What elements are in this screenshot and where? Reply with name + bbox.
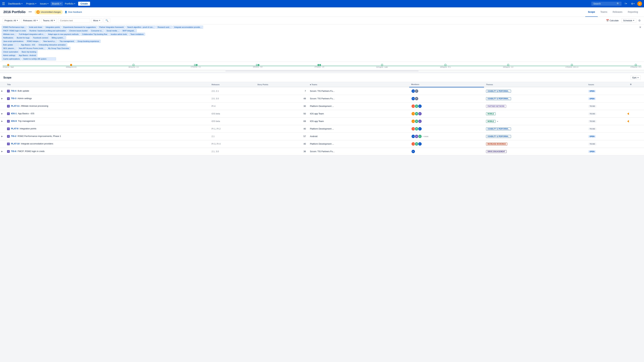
chip[interactable]: Clever automation [2,50,20,53]
close-timeline-button[interactable]: ✕ [639,26,641,29]
ruler-label: 20/May/16 (2.2) [66,66,76,68]
nav-item-boards[interactable]: Boards ▼ [51,2,63,6]
chip[interactable]: MVP Integrati... [121,29,137,32]
chip[interactable]: SES: placem... [2,47,17,50]
chip[interactable]: Partner Integration framework [98,26,125,29]
chip[interactable]: App Basics - iOS [20,43,36,46]
calculate-button[interactable]: 📅 Calculate [605,18,620,22]
col-title[interactable]: Title [5,82,210,87]
chip[interactable]: Facebook connect [32,36,50,39]
issue-key[interactable]: PLAT-10 [11,142,20,145]
chip[interactable]: Trip management [58,40,76,43]
projects-filter[interactable]: Projects: All ▼ [3,18,20,23]
chip[interactable]: New API Access Points (mobi... [18,47,46,50]
chip[interactable]: App Basics - Android [17,54,38,57]
col-issues[interactable]: Issues [586,82,628,87]
issue-key[interactable]: PLAT-9 [11,127,18,130]
feedback-button[interactable]: 👤 Give feedback [64,11,82,13]
expand-cell[interactable]: ▶ [0,148,5,155]
chip[interactable]: Admin settings [2,54,17,57]
expand-cell[interactable] [0,140,5,148]
chip[interactable]: Onboarding interactive animation [37,43,67,46]
issue-key[interactable]: TIS-3 [11,97,16,100]
more-options-button[interactable]: ••• [28,10,33,14]
tab-reporting[interactable]: Reporting [625,8,641,17]
col-themes[interactable]: Themes [484,82,586,87]
tab-scope[interactable]: Scope [585,8,598,17]
epic-dropdown-button[interactable]: Epic ▼ [630,75,641,80]
chip[interactable]: Invite and share [28,26,44,29]
text-filter-input[interactable] [58,18,90,23]
issue-key[interactable]: TIS-2 [11,135,16,138]
chip[interactable]: Group booking experience [76,40,100,43]
chip[interactable]: Full-fledged integration with n... [18,33,46,36]
title-cell: E PLAT-10 Integrate accomodation provide… [5,140,210,148]
chip[interactable]: RSM2 Perrformance impr... [2,26,27,29]
chip[interactable]: Bucket for bugs [15,36,31,39]
chip[interactable]: localize admin tools [109,33,128,36]
nav-item-dashboards[interactable]: Dashboards ▼ [7,2,24,6]
issue-key[interactable]: IOS-9 [11,120,17,122]
user-avatar[interactable]: U [637,1,642,6]
issue-key[interactable]: TIS-6 [11,150,16,152]
col-members[interactable]: Members [409,82,484,87]
chip[interactable]: Integrate accomodation provide... [172,26,203,29]
col-story-points[interactable]: Story Points [256,82,308,87]
releases-filter[interactable]: Releases: All ▼ [21,18,40,23]
chip[interactable]: Affeliate reve... [2,33,17,36]
chip[interactable]: Consumer si... [90,29,104,32]
chip[interactable]: Switch to noSQL DB system [22,57,56,60]
col-releases[interactable]: Releases [210,82,255,87]
nav-logo[interactable]: ☰ [2,2,5,6]
chip[interactable]: Billing system... [50,36,66,39]
issue-key[interactable]: PLAT-11 [11,105,20,107]
issue-key[interactable]: IOS-1 [11,112,17,115]
chip[interactable]: RSM2 Integra... [25,40,41,43]
chip[interactable]: Team invitations [129,33,145,36]
chip[interactable]: New launch p... [42,40,58,43]
schedule-button[interactable]: Schedule ▼ [621,18,636,23]
create-button[interactable]: Create [78,2,90,6]
col-teams[interactable]: ■ Teams [308,82,409,87]
tab-teams[interactable]: Teams [598,8,610,17]
expand-cell[interactable]: ▶ [0,110,5,118]
themes-cell: MOBILE [484,110,586,118]
chip[interactable]: Experiments framework for suggestions [62,26,97,29]
tab-releases[interactable]: Releases [610,8,625,17]
chip[interactable]: FMCP: RSM2 login in creds [2,29,28,32]
chip[interactable]: Social media ... [105,29,120,32]
expand-cell[interactable] [0,102,5,110]
expand-cell[interactable] [0,125,5,132]
nav-item-issues[interactable]: Issues ▼ [38,2,50,6]
search-box[interactable]: Search 🔍 [591,2,622,6]
chip[interactable]: Bulk update [2,43,19,46]
expand-cell[interactable]: ▶ [0,132,5,140]
chip[interactable]: Runtime / backend profiling and optimiza… [28,29,67,32]
teams-filter[interactable]: Teams: All ▼ [41,18,57,23]
settings-button[interactable]: ⚙▼ [630,1,636,6]
nav-item-portfolio[interactable]: Portfolio ▼ [64,2,77,6]
text-search-button[interactable]: 🔍 [104,18,110,23]
chip[interactable]: Cache optimizations [2,57,21,60]
issue-icon: E [7,150,10,153]
settings-gear-button[interactable]: ⚙ [638,18,641,23]
chip[interactable]: Integration points [44,26,62,29]
chip[interactable]: Search algorithm - proof of con... [126,26,156,29]
more-filter-button[interactable]: More ▼ [92,18,102,23]
nav-item-projects[interactable]: Projects ▼ [25,2,38,6]
issue-key[interactable]: TIS-4 [11,90,16,92]
chip[interactable]: Notifications [2,36,15,39]
help-button[interactable]: ?▼ [623,1,628,6]
chip[interactable]: My Group Trips Overview [46,47,70,50]
chip[interactable]: Chrome issues bucket [68,29,89,32]
col-settings[interactable]: ⚙ [628,82,644,87]
expand-cell[interactable]: ▶ [0,95,5,102]
expand-cell[interactable]: ▶ [0,118,5,125]
chip[interactable]: Adapt apps to new payment methods [46,33,80,36]
chip[interactable]: Java-script optimizations [2,40,25,43]
uncommitted-changes-badge[interactable]: 19 Uncommitted changes [35,10,62,14]
chip[interactable]: Basic trip booking [20,50,38,53]
chip[interactable]: Research and... [156,26,172,29]
expand-cell[interactable]: ▶ [0,87,5,95]
chip[interactable]: Collaborative Trip booking flow [81,33,109,36]
